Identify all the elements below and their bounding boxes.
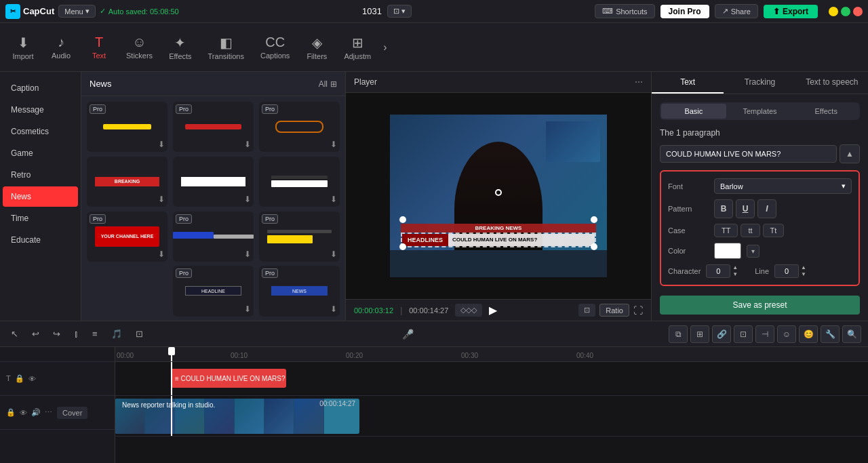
template-card-11[interactable]: Pro NEWS ⬇ <box>259 266 340 316</box>
captions-tool[interactable]: CC Captions <box>254 31 296 64</box>
play-button[interactable]: ▶ <box>489 304 497 317</box>
audio-tool[interactable]: ♪ Audio <box>43 31 79 64</box>
case-tt3-button[interactable]: Tt <box>763 224 785 237</box>
font-selector[interactable]: Barlow ▾ <box>714 178 852 194</box>
template-card-9[interactable]: Pro ⬇ <box>259 212 340 262</box>
all-filter-button[interactable]: All ⊞ <box>319 79 337 89</box>
char-up-button[interactable]: ▲ <box>732 264 738 271</box>
rotation-handle[interactable] <box>495 189 502 196</box>
underline-button[interactable]: U <box>736 199 755 218</box>
line-down-button[interactable]: ▼ <box>800 271 807 278</box>
template-card-2[interactable]: Pro ⬇ <box>173 102 254 152</box>
maximize-button[interactable] <box>841 7 850 16</box>
undo-tool[interactable]: ↩ <box>28 326 43 342</box>
keyframe-button[interactable]: ◇◇◇ <box>455 304 482 317</box>
sidebar-item-message[interactable]: Message <box>3 100 78 120</box>
video-track-duration: 00:00:14:27 <box>319 400 355 407</box>
unlink-button[interactable]: ⊡ <box>734 325 753 343</box>
sidebar-item-time[interactable]: Time <box>3 208 78 228</box>
text-input-field[interactable] <box>660 145 837 163</box>
template-card-8[interactable]: Pro ⬇ <box>173 212 254 262</box>
sub-tab-effects[interactable]: Effects <box>793 104 859 119</box>
text-track-lock-icon[interactable]: 🔒 <box>14 374 25 384</box>
filters-tool[interactable]: ◈ Filters <box>299 31 334 64</box>
sidebar-item-retro[interactable]: Retro <box>3 165 78 185</box>
close-button[interactable] <box>853 7 863 16</box>
aspect-button[interactable]: ⊡ ▾ <box>387 5 412 18</box>
menu-button[interactable]: Menu ▾ <box>58 5 96 18</box>
template-card-4[interactable]: BREAKING ⬇ <box>87 157 167 207</box>
redo-tool[interactable]: ↪ <box>49 326 64 342</box>
video-track-lock-icon[interactable]: 🔒 <box>5 407 16 418</box>
template-card-5[interactable]: ⬇ <box>173 157 254 207</box>
cursor-tool[interactable]: ↖ <box>7 326 22 342</box>
template-card-1[interactable]: Pro ⬇ <box>87 102 167 152</box>
minimize-button[interactable] <box>829 7 838 16</box>
cover-button[interactable]: Cover <box>57 407 87 419</box>
template-card-6[interactable]: ⬇ <box>259 157 340 207</box>
video-track-visibility-icon[interactable]: 👁 <box>19 407 28 418</box>
text-track-visibility-icon[interactable]: 👁 <box>28 374 37 384</box>
ratio-button[interactable]: Ratio <box>599 304 629 317</box>
sub-tab-templates[interactable]: Templates <box>728 104 793 119</box>
effects-tool[interactable]: ✦ Effects <box>162 31 198 64</box>
emoji-button[interactable]: 😊 <box>799 325 818 343</box>
case-tt-button[interactable]: TT <box>714 224 738 237</box>
timeline: ↖ ↩ ↪ ⫿ ≡ 🎵 ⊡ 🎤 ⧉ ⊞ 🔗 ⊡ ⊣ ☺ 😊 🔧 🔍 T 🔒 <box>0 321 868 463</box>
captions-icon: CC <box>265 35 285 50</box>
template-card-3[interactable]: Pro ⬇ <box>259 102 340 152</box>
magnet-button[interactable]: 🔧 <box>821 325 840 343</box>
sub-tab-basic[interactable]: Basic <box>661 104 726 119</box>
line-up-button[interactable]: ▲ <box>800 264 807 271</box>
tab-text-to-speech[interactable]: Text to speech <box>796 72 868 94</box>
video-track-clip[interactable]: News reporter talking in studio. 00:00:1… <box>115 399 359 434</box>
shortcuts-button[interactable]: ⌨ Shortcuts <box>595 4 654 18</box>
export-button[interactable]: ⬆ Export <box>764 5 818 18</box>
collapse-button[interactable]: ▲ <box>840 144 860 163</box>
selection-handle-bl <box>399 216 406 223</box>
more-tools-button[interactable]: › <box>380 39 389 56</box>
text-tool[interactable]: T Text <box>81 31 117 64</box>
char-down-button[interactable]: ▼ <box>732 271 738 278</box>
transitions-tool[interactable]: ◧ Transitions <box>201 31 251 64</box>
link-button[interactable]: 🔗 <box>712 325 731 343</box>
group-button[interactable]: ⊞ <box>690 325 709 343</box>
template-card-10[interactable]: Pro HEADLINE ⬇ <box>173 266 254 316</box>
sidebar-item-caption[interactable]: Caption <box>3 78 78 98</box>
delete-tool[interactable]: ⊡ <box>132 326 147 342</box>
sidebar-item-cosmetics[interactable]: Cosmetics <box>3 121 78 142</box>
text-track-clip[interactable]: ≡ COULD HUMAN LIVE ON MARS? / BRE... <box>171 369 286 388</box>
color-label: Color <box>668 247 709 255</box>
color-dropdown-button[interactable]: ▾ <box>747 245 760 258</box>
zoom-fit-button[interactable]: ⊡ <box>578 304 595 317</box>
sidebar-item-educate[interactable]: Educate <box>3 230 78 250</box>
italic-button[interactable]: I <box>757 199 776 218</box>
video-track-more-icon[interactable]: ⋯ <box>44 407 53 418</box>
zoom-in-button[interactable]: 🔍 <box>842 325 861 343</box>
split-v-tool[interactable]: ⫿ <box>70 326 83 342</box>
align-center-button[interactable]: ☺ <box>777 325 796 343</box>
adjustm-tool[interactable]: ⊞ Adjustm <box>337 31 378 64</box>
fullscreen-button[interactable]: ⛶ <box>633 304 643 317</box>
mic-button[interactable]: 🎤 <box>402 329 414 340</box>
sidebar-item-news[interactable]: News <box>3 186 78 207</box>
case-tt2-button[interactable]: tt <box>741 224 760 237</box>
tab-text[interactable]: Text <box>652 72 724 94</box>
color-swatch[interactable] <box>714 243 741 259</box>
share-button[interactable]: ↗ Share <box>715 4 758 18</box>
video-track-audio-icon[interactable]: 🔊 <box>31 407 41 418</box>
import-tool[interactable]: ⬇ Import <box>5 31 41 64</box>
join-pro-button[interactable]: Join Pro <box>660 5 709 18</box>
pro-badge-2: Pro <box>176 104 192 114</box>
audio-tool[interactable]: 🎵 <box>107 326 126 342</box>
player-more-icon[interactable]: ⋯ <box>635 77 643 87</box>
bold-button[interactable]: B <box>714 199 733 218</box>
split-clip-button[interactable]: ⧉ <box>669 325 688 343</box>
save-preset-button[interactable]: Save as preset <box>660 296 860 315</box>
template-card-7[interactable]: Pro YOUR CHANNEL HERE ⬇ <box>87 212 167 262</box>
tab-tracking[interactable]: Tracking <box>724 72 795 94</box>
sidebar-item-game[interactable]: Game <box>3 143 78 163</box>
align-left-button[interactable]: ⊣ <box>755 325 774 343</box>
split-h-tool[interactable]: ≡ <box>88 326 102 342</box>
stickers-tool[interactable]: ☺ Stickers <box>119 31 159 64</box>
